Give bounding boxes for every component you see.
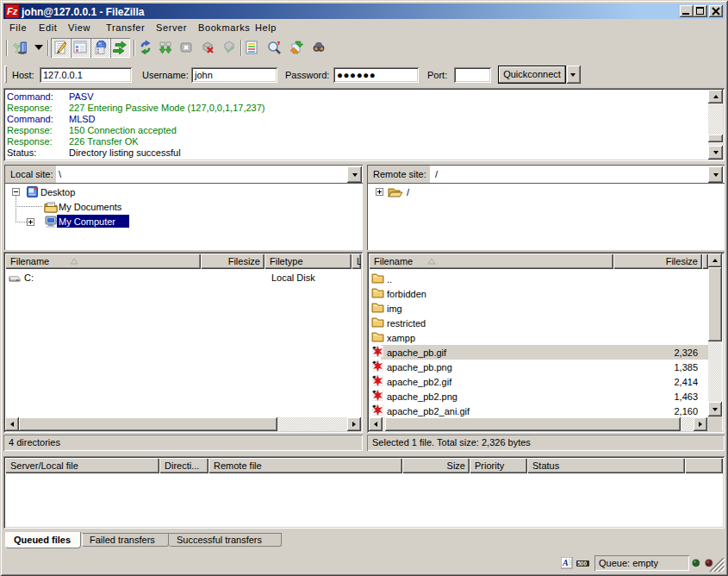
svg-text:A: A — [562, 558, 569, 567]
svg-text:500: 500 — [577, 560, 587, 567]
svg-text:Fz: Fz — [7, 6, 18, 16]
